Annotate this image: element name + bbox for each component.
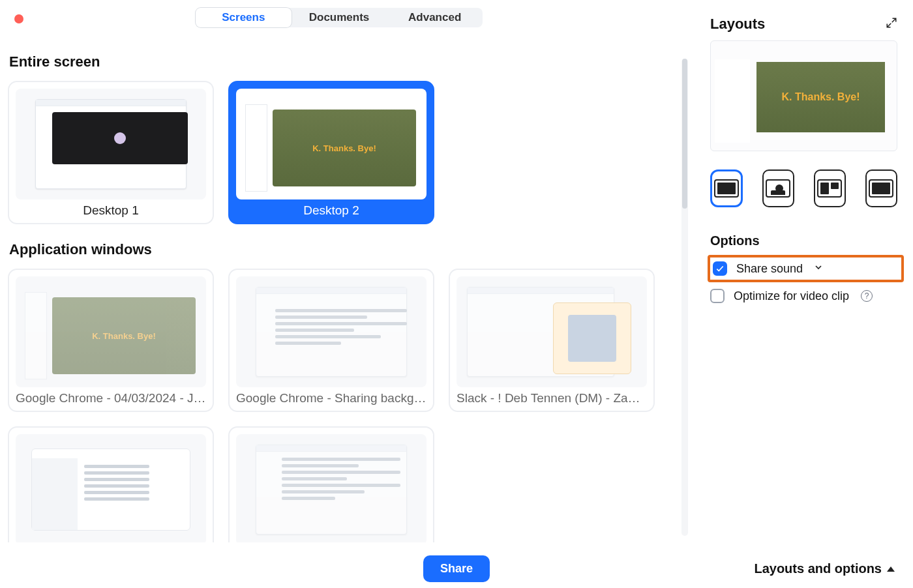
chevron-down-icon[interactable] [813, 262, 824, 276]
window-close-dot[interactable] [14, 14, 23, 23]
tab-documents[interactable]: Documents [292, 8, 387, 27]
share-button[interactable]: Share [423, 555, 490, 582]
thumb-video-overlay: K. Thanks. Bye! [273, 110, 416, 186]
app-window-card[interactable]: Google Chrome - How to play back... [228, 426, 434, 542]
app-window-label: Google Chrome - 04/03/2024 - Je... [16, 391, 206, 405]
layouts-heading: Layouts [710, 16, 765, 33]
section-heading-entire-screen: Entire screen [9, 53, 676, 70]
app-window-card[interactable]: Google Chrome - Sharing backgro... [228, 269, 434, 412]
screen-card-desktop-1[interactable]: Desktop 1 [8, 81, 214, 224]
layout-preview: K. Thanks. Bye! [710, 40, 897, 151]
optimize-video-label: Optimize for video clip [734, 289, 849, 303]
app-window-label: Google Chrome - Sharing backgro... [236, 391, 427, 405]
help-icon[interactable]: ? [861, 290, 873, 302]
option-optimize-video[interactable]: Optimize for video clip ? [710, 289, 897, 303]
share-picker-main: Entire screen Desktop 1 K. Thanks. Bye! … [8, 46, 681, 542]
app-window-label: Slack - ! Deb Tennen (DM) - Zapie... [456, 391, 647, 405]
layout-mode-icons [710, 169, 897, 207]
share-sound-checkbox[interactable] [713, 261, 727, 276]
optimize-video-checkbox[interactable] [710, 289, 725, 303]
thumb-video-overlay: K. Thanks. Bye! [52, 297, 196, 374]
screen-card-desktop-2[interactable]: K. Thanks. Bye! Desktop 2 [228, 81, 434, 224]
layouts-toggle-label: Layouts and options [754, 561, 882, 576]
layout-mode-pip[interactable] [865, 169, 897, 207]
app-window-card[interactable]: K. Thanks. Bye! Google Chrome - 04/03/20… [8, 269, 214, 412]
layout-preview-overlay: K. Thanks. Bye! [756, 62, 885, 132]
layout-mode-speaker[interactable] [762, 169, 794, 207]
section-heading-application-windows: Application windows [9, 241, 676, 258]
screen-card-label: Desktop 1 [16, 203, 206, 218]
share-source-tabs: Screens Documents Advanced [196, 8, 483, 27]
layout-mode-side-by-side[interactable] [814, 169, 846, 207]
options-heading: Options [710, 233, 897, 248]
share-sound-label: Share sound [736, 262, 803, 276]
expand-icon[interactable] [886, 16, 897, 33]
app-window-card[interactable]: Finder - images [8, 426, 214, 542]
layout-mode-content-only[interactable] [710, 169, 743, 207]
layouts-and-options-toggle[interactable]: Layouts and options [754, 561, 895, 576]
layouts-options-panel: Layouts K. Thanks. Bye! Options Share so… [695, 0, 913, 542]
app-window-card[interactable]: Slack - ! Deb Tennen (DM) - Zapie... [449, 269, 655, 412]
screen-card-label: Desktop 2 [236, 203, 427, 218]
main-scrollbar[interactable] [681, 59, 688, 536]
triangle-up-icon [887, 566, 895, 572]
option-share-sound[interactable]: Share sound [708, 255, 904, 282]
tab-advanced[interactable]: Advanced [387, 8, 483, 27]
tab-screens[interactable]: Screens [196, 8, 292, 27]
